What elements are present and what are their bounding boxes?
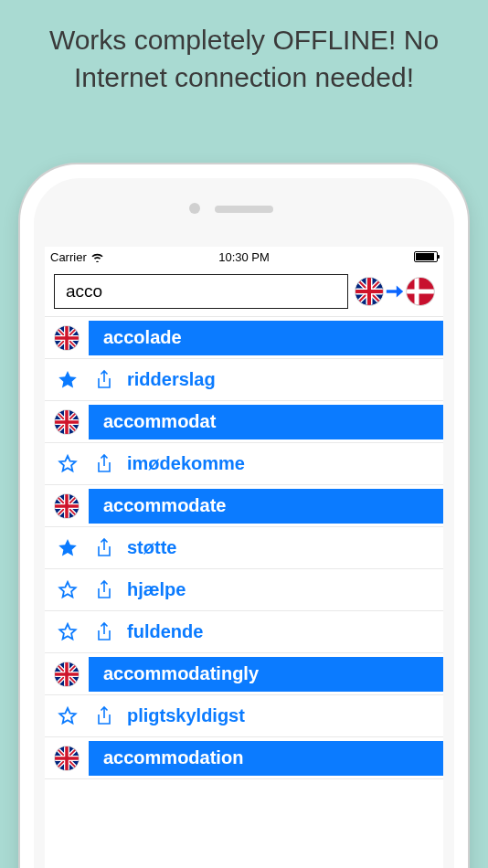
word-entry-label: ridderslag — [127, 369, 216, 390]
carrier-label: Carrier — [50, 250, 87, 264]
favorite-button[interactable] — [54, 705, 81, 727]
word-header-row[interactable]: accolade — [45, 317, 443, 359]
word-header-row[interactable]: accommodate — [45, 485, 443, 527]
wifi-icon — [90, 252, 104, 262]
phone-frame: Carrier 10:30 PM — [20, 164, 468, 868]
word-entry-label: støtte — [127, 537, 176, 558]
flag-uk-icon — [55, 746, 79, 770]
word-header-label: accommodate — [89, 489, 443, 524]
word-header-label: accolade — [89, 321, 443, 355]
star-icon — [57, 705, 79, 727]
word-list: accoladeridderslagaccommodatimødekommeac… — [45, 316, 443, 779]
favorite-button[interactable] — [54, 621, 81, 643]
word-entry-label: fuldende — [127, 621, 203, 642]
word-header-label: accommodation — [89, 741, 443, 776]
word-header-label: accommodat — [89, 405, 443, 439]
word-entry-row[interactable]: fuldende — [45, 611, 443, 653]
battery-icon — [414, 251, 438, 262]
phone-speaker — [215, 206, 273, 213]
favorite-button[interactable] — [54, 369, 81, 391]
share-button[interactable] — [90, 705, 118, 727]
share-button[interactable] — [90, 579, 118, 601]
word-header-row[interactable]: accommodat — [45, 401, 443, 443]
favorite-button[interactable] — [54, 537, 81, 559]
star-icon — [57, 579, 79, 601]
marketing-text: Works completely OFFLINE! No Internet co… — [0, 0, 488, 111]
word-entry-label: hjælpe — [127, 579, 186, 600]
share-icon — [95, 537, 113, 559]
word-entry-label: pligtskyldigst — [127, 705, 245, 726]
flag-uk-icon — [355, 278, 383, 305]
flag-uk-icon — [55, 494, 79, 518]
word-entry-label: imødekomme — [127, 453, 245, 474]
phone-camera — [189, 203, 200, 214]
app-screen: Carrier 10:30 PM — [45, 247, 443, 868]
status-time: 10:30 PM — [218, 250, 270, 264]
share-button[interactable] — [90, 453, 118, 475]
word-entry-row[interactable]: imødekomme — [45, 443, 443, 485]
search-row — [45, 267, 443, 316]
status-bar: Carrier 10:30 PM — [45, 247, 443, 267]
language-pair-button[interactable] — [355, 278, 434, 305]
share-icon — [95, 621, 113, 643]
star-icon — [57, 621, 79, 643]
share-icon — [95, 453, 113, 475]
share-icon — [95, 369, 113, 391]
flag-uk-icon — [55, 410, 79, 434]
share-button[interactable] — [90, 621, 118, 643]
word-header-label: accommodatingly — [89, 657, 443, 692]
favorite-button[interactable] — [54, 579, 81, 601]
star-icon — [57, 453, 79, 475]
word-header-row[interactable]: accommodatingly — [45, 653, 443, 695]
flag-uk-icon — [55, 326, 79, 350]
search-input[interactable] — [54, 274, 348, 309]
word-entry-row[interactable]: støtte — [45, 527, 443, 569]
favorite-button[interactable] — [54, 453, 81, 475]
flag-dk-icon — [407, 278, 434, 305]
word-entry-row[interactable]: hjælpe — [45, 569, 443, 611]
star-icon — [57, 537, 79, 559]
word-entry-row[interactable]: ridderslag — [45, 359, 443, 401]
arrow-right-icon — [385, 282, 405, 301]
share-icon — [95, 579, 113, 601]
flag-uk-icon — [55, 662, 79, 686]
share-icon — [95, 705, 113, 727]
share-button[interactable] — [90, 369, 118, 391]
share-button[interactable] — [90, 537, 118, 559]
word-entry-row[interactable]: pligtskyldigst — [45, 695, 443, 737]
star-icon — [57, 369, 79, 391]
word-header-row[interactable]: accommodation — [45, 737, 443, 779]
